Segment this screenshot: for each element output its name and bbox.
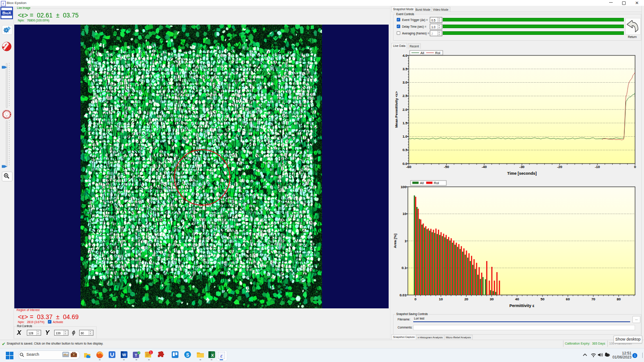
svg-text:RoI: RoI	[434, 181, 439, 185]
svg-text:T: T	[135, 353, 137, 358]
svg-text:-60: -60	[406, 165, 411, 169]
svg-text:1.0: 1.0	[402, 135, 408, 139]
svg-text:ε: ε	[220, 353, 223, 359]
svg-text:All: All	[420, 51, 424, 55]
svg-text:S: S	[186, 353, 189, 358]
svg-text:Permittivity ε: Permittivity ε	[509, 303, 535, 308]
svg-text:3.5: 3.5	[402, 67, 408, 71]
svg-text:60: 60	[566, 297, 570, 301]
svg-text:-30: -30	[519, 165, 525, 169]
svg-text:-40: -40	[482, 165, 487, 169]
svg-text:20: 20	[464, 297, 468, 301]
svg-text:0: 0	[634, 165, 636, 169]
svg-text:Mean Permittivity <ε>: Mean Permittivity <ε>	[394, 91, 398, 128]
svg-text:40: 40	[515, 297, 519, 301]
svg-text:30: 30	[490, 297, 494, 301]
svg-text:100: 100	[401, 185, 407, 189]
svg-text:1.5: 1.5	[402, 121, 408, 125]
svg-text:3.0: 3.0	[402, 80, 408, 84]
svg-text:-20: -20	[557, 165, 563, 169]
svg-text:2.5: 2.5	[402, 94, 408, 98]
svg-text:0.1: 0.1	[402, 266, 407, 270]
svg-text:1: 1	[150, 351, 152, 354]
svg-text:-10: -10	[595, 165, 600, 169]
svg-text:Time [seconds]: Time [seconds]	[507, 171, 537, 176]
svg-text:RoI: RoI	[435, 51, 441, 55]
svg-text:W: W	[122, 353, 126, 357]
svg-text:0.5: 0.5	[402, 148, 408, 152]
svg-text:0.01: 0.01	[399, 293, 407, 297]
svg-text:50: 50	[541, 297, 545, 301]
svg-text:0: 0	[415, 297, 417, 301]
svg-text:-50: -50	[444, 165, 449, 169]
svg-text:70: 70	[591, 297, 595, 301]
svg-text:All: All	[420, 181, 424, 185]
svg-text:X: X	[211, 353, 214, 358]
svg-text:80: 80	[617, 297, 621, 301]
svg-text:2.0: 2.0	[402, 108, 408, 112]
svg-text:4.0: 4.0	[402, 54, 408, 58]
svg-text:Area [%]: Area [%]	[393, 233, 397, 248]
svg-text:10: 10	[439, 297, 443, 301]
